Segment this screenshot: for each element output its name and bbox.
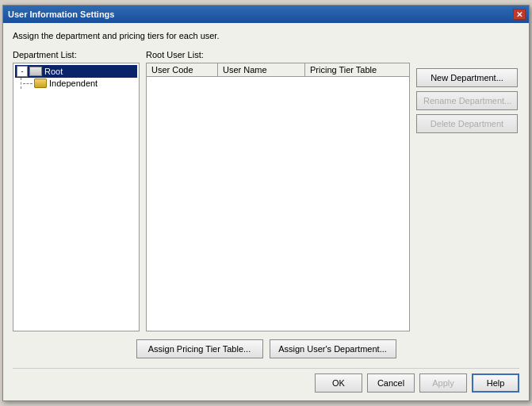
user-list: User Code User Name Pricing Tier Table (146, 63, 410, 331)
main-area: Department List: - Root (13, 50, 519, 331)
delete-department-button[interactable]: Delete Department (416, 114, 518, 133)
col-header-usercode: User Code (147, 63, 218, 76)
folder-root-icon (29, 67, 42, 76)
main-window: User Information Settings ✕ Assign the d… (2, 5, 530, 401)
tree-item-independent-label[interactable]: Independent (49, 79, 98, 88)
left-panel: Department List: - Root (13, 50, 140, 331)
bottom-area: Assign Pricing Tier Table... Assign User… (13, 339, 519, 393)
department-tree[interactable]: - Root Independent (13, 63, 140, 331)
close-button[interactable]: ✕ (513, 9, 526, 20)
center-panel: Root User List: User Code User Name Pric… (146, 50, 410, 331)
tree-item-root-label: Root (44, 67, 63, 76)
new-department-button[interactable]: New Department... (416, 68, 518, 87)
right-panel: New Department... Rename Department... D… (416, 50, 519, 331)
col-header-pricing: Pricing Tier Table (305, 63, 409, 76)
ok-cancel-area: OK Cancel Apply Help (13, 368, 519, 393)
list-header: User Code User Name Pricing Tier Table (147, 63, 409, 77)
window-content: Assign the department and pricing tiers … (3, 23, 529, 400)
title-bar: User Information Settings ✕ (3, 6, 529, 23)
ok-button[interactable]: OK (315, 373, 362, 393)
tree-expand-icon[interactable]: - (17, 66, 28, 77)
folder-gold-icon (34, 79, 47, 88)
tree-item-root[interactable]: - Root (15, 65, 137, 78)
description-text: Assign the department and pricing tiers … (13, 31, 519, 40)
assign-pricing-button[interactable]: Assign Pricing Tier Table... (136, 339, 263, 358)
rename-department-button[interactable]: Rename Department... (416, 91, 518, 110)
dept-list-label: Department List: (13, 50, 140, 59)
assign-dept-button[interactable]: Assign User's Department... (270, 339, 396, 358)
cancel-button[interactable]: Cancel (367, 373, 415, 393)
list-body (147, 77, 409, 331)
help-button[interactable]: Help (472, 373, 519, 393)
apply-button[interactable]: Apply (419, 373, 467, 393)
title-bar-text: User Information Settings (6, 10, 114, 19)
col-header-username: User Name (218, 63, 305, 76)
assign-buttons: Assign Pricing Tier Table... Assign User… (13, 339, 519, 358)
root-user-list-label: Root User List: (146, 50, 410, 59)
